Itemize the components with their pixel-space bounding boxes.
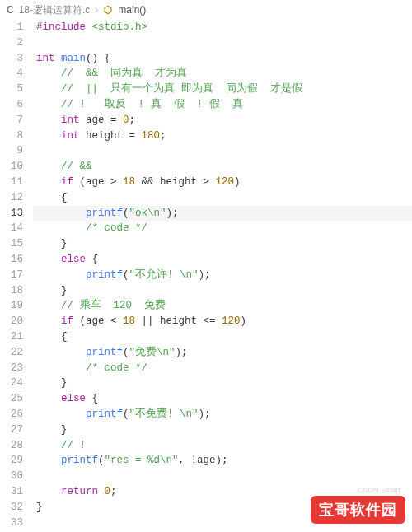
code-line[interactable]: else { [36,391,412,407]
line-number: 28 [0,438,23,454]
line-number: 17 [0,268,23,283]
line-number: 16 [0,252,23,268]
code-line[interactable]: // && [36,159,412,175]
line-number: 32 [0,500,23,516]
line-number: 9 [0,143,23,159]
code-line[interactable]: #include <stdio.h> [36,20,412,35]
code-line[interactable]: { [36,190,412,206]
line-number: 10 [0,159,23,175]
line-number: 33 [0,516,23,531]
code-line[interactable]: /* code */ [36,221,412,236]
watermark-sub: CSDN Smart [358,486,400,494]
line-number: 23 [0,361,23,376]
line-number: 15 [0,236,23,252]
chevron-right-icon: › [95,4,98,16]
line-number: 2 [0,35,23,51]
code-line[interactable] [36,35,412,51]
code-line[interactable]: printf("res = %d\n", !age); [36,453,412,469]
line-number: 19 [0,298,23,314]
line-number: 31 [0,484,23,500]
code-content[interactable]: #include <stdio.h> int main() { // && 同为… [33,20,412,532]
line-number: 12 [0,190,23,206]
breadcrumb[interactable]: C 18-逻辑运算符.c › main() [0,0,412,20]
breadcrumb-file[interactable]: 18-逻辑运算符.c [19,3,91,17]
code-line[interactable]: } [36,236,412,252]
line-number: 13 [0,206,23,222]
line-number: 30 [0,469,23,484]
line-number: 26 [0,407,23,422]
code-line[interactable]: { [36,329,412,345]
line-number: 3 [0,51,23,67]
line-number: 21 [0,329,23,345]
code-line[interactable]: if (age > 18 && height > 120) [36,175,412,190]
code-line[interactable]: else { [36,252,412,268]
line-number: 7 [0,113,23,128]
code-line[interactable]: int main() { [36,51,412,67]
code-line[interactable] [36,469,412,484]
code-line[interactable]: printf("ok\n"); [33,206,412,222]
line-number: 4 [0,66,23,82]
symbol-method-icon [103,5,113,15]
breadcrumb-symbol[interactable]: main() [118,4,146,16]
line-number: 20 [0,314,23,329]
code-line[interactable]: printf("不免费! \n"); [36,407,412,422]
line-number: 24 [0,376,23,391]
line-number-gutter: 1234567891011121314151617181920212223242… [0,20,33,532]
code-line[interactable]: printf("不允许! \n"); [36,268,412,283]
code-line[interactable]: // || 只有一个为真 即为真 同为假 才是假 [36,82,412,97]
line-number: 22 [0,345,23,361]
line-number: 14 [0,221,23,236]
line-number: 1 [0,20,23,35]
line-number: 25 [0,391,23,407]
code-line[interactable] [36,143,412,159]
code-editor[interactable]: 1234567891011121314151617181920212223242… [0,20,412,532]
code-line[interactable]: int height = 180; [36,128,412,144]
code-line[interactable]: // && 同为真 才为真 [36,66,412,82]
line-number: 8 [0,128,23,144]
line-number: 29 [0,453,23,469]
code-line[interactable]: int age = 0; [36,113,412,128]
line-number: 27 [0,422,23,438]
code-line[interactable]: } [36,283,412,299]
code-line[interactable]: printf("免费\n"); [36,345,412,361]
code-line[interactable]: } [36,422,412,438]
watermark-badge: 宝哥软件园 [311,496,405,524]
c-file-icon: C [7,4,14,16]
code-line[interactable]: // ! 取反 ! 真 假 ! 假 真 [36,97,412,113]
line-number: 11 [0,175,23,190]
code-line[interactable]: /* code */ [36,361,412,376]
line-number: 5 [0,82,23,97]
code-line[interactable]: } [36,376,412,391]
line-number: 6 [0,97,23,113]
code-line[interactable]: // ! [36,438,412,454]
code-line[interactable]: // 乘车 120 免费 [36,298,412,314]
code-line[interactable]: if (age < 18 || height <= 120) [36,314,412,329]
line-number: 18 [0,283,23,299]
